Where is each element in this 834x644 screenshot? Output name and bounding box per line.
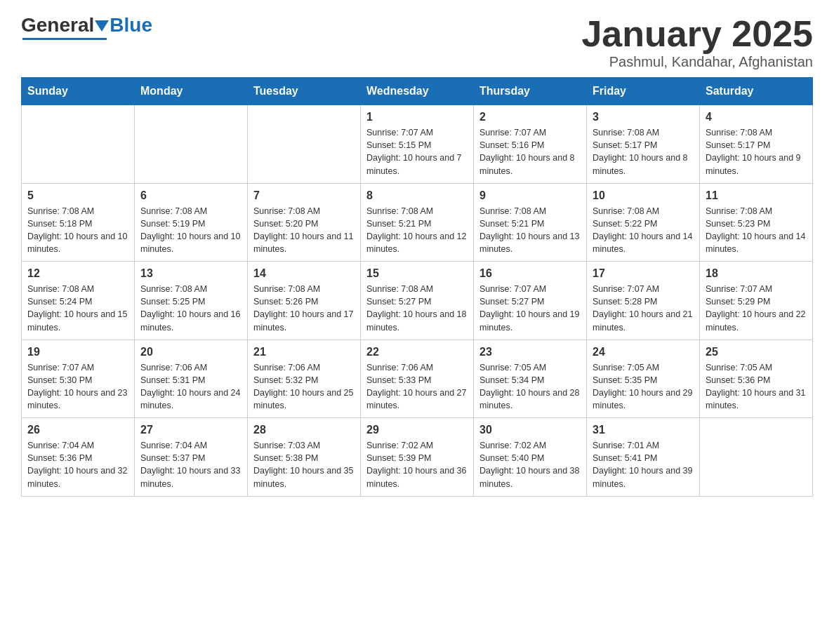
day-info: Sunrise: 7:05 AM Sunset: 5:36 PM Dayligh… (706, 361, 807, 412)
day-number: 25 (706, 346, 807, 358)
calendar-cell: 11Sunrise: 7:08 AM Sunset: 5:23 PM Dayli… (700, 183, 813, 262)
calendar-header-friday: Friday (587, 78, 700, 105)
calendar-cell: 3Sunrise: 7:08 AM Sunset: 5:17 PM Daylig… (587, 105, 700, 184)
day-number: 27 (140, 424, 241, 436)
calendar-week-5: 26Sunrise: 7:04 AM Sunset: 5:36 PM Dayli… (22, 418, 813, 497)
day-number: 19 (27, 346, 128, 358)
calendar-cell (22, 105, 135, 184)
day-info: Sunrise: 7:04 AM Sunset: 5:36 PM Dayligh… (27, 439, 128, 490)
logo: General Blue (21, 14, 152, 40)
day-number: 26 (27, 424, 128, 436)
calendar-cell: 13Sunrise: 7:08 AM Sunset: 5:25 PM Dayli… (135, 262, 248, 340)
calendar-cell: 27Sunrise: 7:04 AM Sunset: 5:37 PM Dayli… (135, 418, 248, 497)
day-info: Sunrise: 7:03 AM Sunset: 5:38 PM Dayligh… (253, 439, 355, 490)
page-header: General Blue January 2025 Pashmul, Kanda… (21, 14, 813, 70)
calendar-week-3: 12Sunrise: 7:08 AM Sunset: 5:24 PM Dayli… (22, 262, 813, 340)
day-number: 18 (706, 267, 807, 280)
day-info: Sunrise: 7:06 AM Sunset: 5:31 PM Dayligh… (140, 361, 241, 412)
logo-blue-text: Blue (110, 14, 152, 36)
day-info: Sunrise: 7:02 AM Sunset: 5:39 PM Dayligh… (366, 439, 468, 490)
day-info: Sunrise: 7:07 AM Sunset: 5:27 PM Dayligh… (479, 283, 581, 334)
calendar-cell: 7Sunrise: 7:08 AM Sunset: 5:20 PM Daylig… (248, 183, 361, 262)
calendar-cell: 10Sunrise: 7:08 AM Sunset: 5:22 PM Dayli… (587, 183, 700, 262)
day-info: Sunrise: 7:08 AM Sunset: 5:27 PM Dayligh… (366, 283, 468, 334)
day-info: Sunrise: 7:08 AM Sunset: 5:25 PM Dayligh… (140, 283, 241, 334)
calendar-week-1: 1Sunrise: 7:07 AM Sunset: 5:15 PM Daylig… (22, 105, 813, 184)
day-info: Sunrise: 7:08 AM Sunset: 5:23 PM Dayligh… (706, 205, 807, 256)
calendar-cell (248, 105, 361, 184)
calendar-cell: 15Sunrise: 7:08 AM Sunset: 5:27 PM Dayli… (361, 262, 474, 340)
day-info: Sunrise: 7:08 AM Sunset: 5:26 PM Dayligh… (253, 283, 355, 334)
calendar-header-tuesday: Tuesday (248, 78, 361, 105)
day-info: Sunrise: 7:08 AM Sunset: 5:24 PM Dayligh… (27, 283, 128, 334)
day-number: 29 (366, 424, 468, 436)
day-info: Sunrise: 7:08 AM Sunset: 5:20 PM Dayligh… (253, 205, 355, 256)
calendar-cell: 14Sunrise: 7:08 AM Sunset: 5:26 PM Dayli… (248, 262, 361, 340)
day-info: Sunrise: 7:05 AM Sunset: 5:34 PM Dayligh… (479, 361, 581, 412)
logo-general-text: General (21, 14, 94, 36)
calendar-cell (135, 105, 248, 184)
day-info: Sunrise: 7:07 AM Sunset: 5:15 PM Dayligh… (366, 126, 468, 177)
location: Pashmul, Kandahar, Afghanistan (581, 54, 813, 70)
calendar-cell: 17Sunrise: 7:07 AM Sunset: 5:28 PM Dayli… (587, 262, 700, 340)
calendar-cell: 19Sunrise: 7:07 AM Sunset: 5:30 PM Dayli… (22, 340, 135, 418)
day-number: 16 (479, 267, 581, 280)
day-info: Sunrise: 7:07 AM Sunset: 5:16 PM Dayligh… (479, 126, 581, 177)
day-info: Sunrise: 7:08 AM Sunset: 5:21 PM Dayligh… (479, 205, 581, 256)
calendar-cell: 12Sunrise: 7:08 AM Sunset: 5:24 PM Dayli… (22, 262, 135, 340)
calendar-body: 1Sunrise: 7:07 AM Sunset: 5:15 PM Daylig… (22, 105, 813, 497)
day-info: Sunrise: 7:01 AM Sunset: 5:41 PM Dayligh… (593, 439, 694, 490)
calendar-cell: 4Sunrise: 7:08 AM Sunset: 5:17 PM Daylig… (700, 105, 813, 184)
calendar-week-2: 5Sunrise: 7:08 AM Sunset: 5:18 PM Daylig… (22, 183, 813, 262)
calendar-cell: 5Sunrise: 7:08 AM Sunset: 5:18 PM Daylig… (22, 183, 135, 262)
calendar-table: SundayMondayTuesdayWednesdayThursdayFrid… (21, 77, 813, 497)
calendar-header-row: SundayMondayTuesdayWednesdayThursdayFrid… (22, 78, 813, 105)
calendar-cell: 30Sunrise: 7:02 AM Sunset: 5:40 PM Dayli… (474, 418, 587, 497)
day-number: 8 (366, 189, 468, 202)
month-title: January 2025 (581, 14, 813, 54)
calendar-cell: 22Sunrise: 7:06 AM Sunset: 5:33 PM Dayli… (361, 340, 474, 418)
calendar-cell: 21Sunrise: 7:06 AM Sunset: 5:32 PM Dayli… (248, 340, 361, 418)
title-block: January 2025 Pashmul, Kandahar, Afghanis… (581, 14, 813, 70)
day-number: 13 (140, 267, 241, 280)
day-number: 9 (479, 189, 581, 202)
day-info: Sunrise: 7:08 AM Sunset: 5:17 PM Dayligh… (706, 126, 807, 177)
calendar-cell: 2Sunrise: 7:07 AM Sunset: 5:16 PM Daylig… (474, 105, 587, 184)
calendar-cell: 20Sunrise: 7:06 AM Sunset: 5:31 PM Dayli… (135, 340, 248, 418)
day-number: 22 (366, 346, 468, 358)
day-info: Sunrise: 7:07 AM Sunset: 5:29 PM Dayligh… (706, 283, 807, 334)
calendar-header-wednesday: Wednesday (361, 78, 474, 105)
calendar-cell: 9Sunrise: 7:08 AM Sunset: 5:21 PM Daylig… (474, 183, 587, 262)
day-number: 4 (706, 111, 807, 123)
day-number: 1 (366, 111, 468, 123)
day-info: Sunrise: 7:07 AM Sunset: 5:28 PM Dayligh… (593, 283, 694, 334)
day-info: Sunrise: 7:04 AM Sunset: 5:37 PM Dayligh… (140, 439, 241, 490)
day-info: Sunrise: 7:08 AM Sunset: 5:17 PM Dayligh… (593, 126, 694, 177)
calendar-cell: 24Sunrise: 7:05 AM Sunset: 5:35 PM Dayli… (587, 340, 700, 418)
calendar-cell: 1Sunrise: 7:07 AM Sunset: 5:15 PM Daylig… (361, 105, 474, 184)
calendar-cell: 26Sunrise: 7:04 AM Sunset: 5:36 PM Dayli… (22, 418, 135, 497)
day-info: Sunrise: 7:02 AM Sunset: 5:40 PM Dayligh… (479, 439, 581, 490)
calendar-week-4: 19Sunrise: 7:07 AM Sunset: 5:30 PM Dayli… (22, 340, 813, 418)
calendar-cell: 8Sunrise: 7:08 AM Sunset: 5:21 PM Daylig… (361, 183, 474, 262)
day-info: Sunrise: 7:08 AM Sunset: 5:22 PM Dayligh… (593, 205, 694, 256)
day-number: 30 (479, 424, 581, 436)
day-number: 28 (253, 424, 355, 436)
calendar-cell: 25Sunrise: 7:05 AM Sunset: 5:36 PM Dayli… (700, 340, 813, 418)
day-info: Sunrise: 7:06 AM Sunset: 5:33 PM Dayligh… (366, 361, 468, 412)
day-info: Sunrise: 7:06 AM Sunset: 5:32 PM Dayligh… (253, 361, 355, 412)
calendar-header-saturday: Saturday (700, 78, 813, 105)
day-number: 10 (593, 189, 694, 202)
day-info: Sunrise: 7:07 AM Sunset: 5:30 PM Dayligh… (27, 361, 128, 412)
day-number: 21 (253, 346, 355, 358)
day-info: Sunrise: 7:05 AM Sunset: 5:35 PM Dayligh… (593, 361, 694, 412)
calendar-cell: 6Sunrise: 7:08 AM Sunset: 5:19 PM Daylig… (135, 183, 248, 262)
day-number: 11 (706, 189, 807, 202)
calendar-cell: 23Sunrise: 7:05 AM Sunset: 5:34 PM Dayli… (474, 340, 587, 418)
day-number: 23 (479, 346, 581, 358)
day-number: 2 (479, 111, 581, 123)
day-number: 15 (366, 267, 468, 280)
day-number: 14 (253, 267, 355, 280)
day-number: 7 (253, 189, 355, 202)
day-number: 5 (27, 189, 128, 202)
